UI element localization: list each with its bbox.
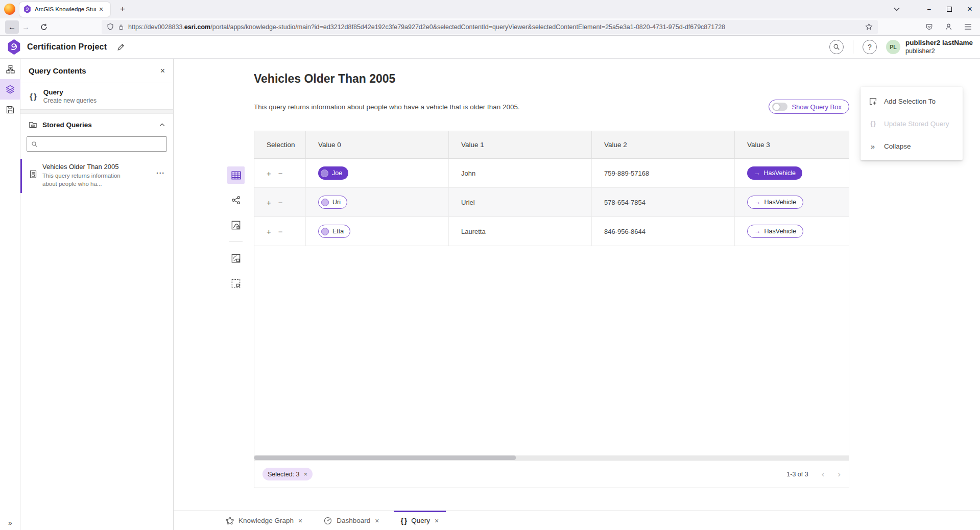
url-bar[interactable]: https://dev0028833.esri.com/portal/apps/…	[102, 20, 878, 34]
link-chart-view-button[interactable]	[227, 191, 245, 209]
firefox-logo-icon[interactable]	[4, 4, 15, 15]
bookmark-star-icon[interactable]	[865, 23, 873, 31]
stored-queries-header[interactable]: Stored Queries	[20, 114, 173, 135]
row-select-add-button[interactable]: +	[267, 228, 271, 235]
minimize-button[interactable]: −	[919, 0, 939, 18]
column-header-value2[interactable]: Value 2	[592, 131, 735, 158]
user-info[interactable]: publisher2 lastName publisher2	[905, 39, 973, 56]
tracking-shield-icon[interactable]	[107, 23, 114, 31]
cell-value2[interactable]: 759-889-57168	[592, 159, 735, 187]
toggle-track[interactable]	[772, 103, 787, 111]
selected-count-chip[interactable]: Selected: 3 ×	[262, 468, 313, 480]
maximize-button[interactable]	[939, 0, 960, 18]
column-header-value0[interactable]: Value 0	[306, 131, 449, 158]
cell-value2[interactable]: 846-956-8644	[592, 217, 735, 246]
cell-value1[interactable]: Lauretta	[449, 217, 592, 246]
search-input[interactable]	[41, 140, 162, 148]
selection-view-icon	[231, 279, 241, 288]
next-page-icon[interactable]: ›	[838, 470, 841, 478]
menu-item-add-selection-to[interactable]: Add Selection To	[861, 90, 963, 112]
search-icon	[31, 141, 38, 148]
browser-tab[interactable]: ArcGIS Knowledge Studio ×	[19, 2, 110, 17]
chart-view-button[interactable]	[227, 216, 245, 234]
reload-button[interactable]	[37, 20, 51, 34]
entity-pill[interactable]: Uri	[318, 196, 347, 209]
stored-queries-search[interactable]	[27, 136, 167, 152]
row-select-remove-button[interactable]: −	[278, 170, 283, 177]
forward-button[interactable]: →	[19, 20, 33, 34]
row-select-add-button[interactable]: +	[267, 199, 271, 206]
new-tab-button[interactable]: +	[117, 4, 128, 14]
stored-query-item[interactable]: Vehicles Older Than 2005 This query retu…	[20, 159, 173, 193]
column-header-selection[interactable]: Selection	[254, 131, 306, 158]
rail-data-model-button[interactable]	[0, 59, 20, 79]
tab-close-icon[interactable]: ×	[298, 517, 302, 525]
table-view-icon	[231, 171, 241, 180]
stored-query-title: Vehicles Older Than 2005	[42, 163, 128, 171]
tab-label: Knowledge Graph	[238, 517, 294, 524]
arrow-right-icon: →	[754, 228, 761, 235]
relationship-pill[interactable]: →HasVehicle	[747, 166, 802, 180]
scrollbar-thumb[interactable]	[254, 455, 516, 460]
tab-close-icon[interactable]: ×	[435, 517, 439, 525]
list-all-tabs-icon[interactable]	[888, 0, 905, 18]
knowledge-graph-icon	[226, 517, 234, 525]
entity-dot-icon	[321, 199, 329, 206]
tab-close-icon[interactable]: ×	[375, 517, 379, 525]
map-view-button[interactable]	[227, 250, 245, 267]
search-button[interactable]	[829, 40, 844, 54]
show-query-box-toggle[interactable]: Show Query Box	[769, 100, 849, 114]
lock-icon[interactable]	[118, 23, 124, 31]
help-button[interactable]: ?	[863, 40, 877, 54]
column-header-value1[interactable]: Value 1	[449, 131, 592, 158]
relationship-pill[interactable]: →HasVehicle	[747, 225, 803, 238]
row-select-remove-button[interactable]: −	[278, 199, 283, 206]
stored-queries-title: Stored Queries	[42, 121, 154, 129]
edit-project-title-button[interactable]	[117, 43, 125, 51]
knowledge-studio-logo[interactable]	[7, 39, 21, 55]
rail-contents-button[interactable]	[0, 79, 20, 100]
tab-title: ArcGIS Knowledge Studio	[35, 6, 96, 12]
menu-item-collapse[interactable]: » Collapse	[861, 135, 963, 157]
pagination: 1-3 of 3 ‹ ›	[786, 470, 841, 478]
menu-item-label: Collapse	[884, 142, 911, 150]
entity-pill[interactable]: Etta	[318, 225, 350, 238]
toggle-knob	[773, 104, 780, 110]
account-icon[interactable]	[941, 20, 955, 34]
back-button[interactable]: ←	[5, 20, 19, 34]
row-select-remove-button[interactable]: −	[278, 228, 283, 235]
menu-item-label: Add Selection To	[884, 98, 936, 105]
tab-close-icon[interactable]: ×	[96, 4, 106, 14]
pocket-icon[interactable]	[922, 20, 936, 34]
pencil-icon	[117, 43, 125, 51]
url-text[interactable]: https://dev0028833.esri.com/portal/apps/…	[128, 23, 865, 31]
cell-value1[interactable]: Uriel	[449, 188, 592, 216]
new-query-item[interactable]: { } Query Create new queries	[20, 83, 173, 110]
tab-query[interactable]: { } Query ×	[394, 511, 446, 530]
menu-item-label: Update Stored Query	[884, 120, 949, 128]
close-window-button[interactable]: ×	[960, 0, 980, 18]
rail-save-button[interactable]	[0, 100, 20, 120]
table-header: Selection Value 0 Value 1 Value 2 Value …	[254, 131, 849, 159]
stored-query-options-icon[interactable]: ···	[153, 163, 168, 183]
menu-item-update-stored-query[interactable]: { } Update Stored Query	[861, 112, 963, 135]
menu-hamburger-icon[interactable]	[961, 20, 975, 34]
cell-value2[interactable]: 578-654-7854	[592, 188, 735, 216]
previous-page-icon[interactable]: ‹	[822, 470, 825, 478]
question-mark-icon: ?	[868, 43, 872, 51]
cell-value1[interactable]: John	[449, 159, 592, 187]
row-select-add-button[interactable]: +	[267, 170, 271, 177]
tab-dashboard[interactable]: Dashboard ×	[317, 511, 386, 530]
tab-knowledge-graph[interactable]: Knowledge Graph ×	[219, 511, 309, 530]
horizontal-scrollbar[interactable]	[254, 455, 849, 460]
clear-selection-icon[interactable]: ×	[304, 470, 308, 478]
entity-pill[interactable]: Joe	[318, 166, 348, 180]
rail-expand-button[interactable]: »	[0, 519, 20, 527]
chevron-up-icon[interactable]	[159, 123, 165, 127]
user-avatar[interactable]: PL	[886, 40, 900, 54]
relationship-pill[interactable]: →HasVehicle	[747, 196, 803, 209]
column-header-value3[interactable]: Value 3	[735, 131, 849, 158]
panel-close-icon[interactable]: ×	[160, 67, 165, 75]
selection-view-button[interactable]	[227, 275, 245, 292]
table-view-button[interactable]	[227, 166, 245, 184]
